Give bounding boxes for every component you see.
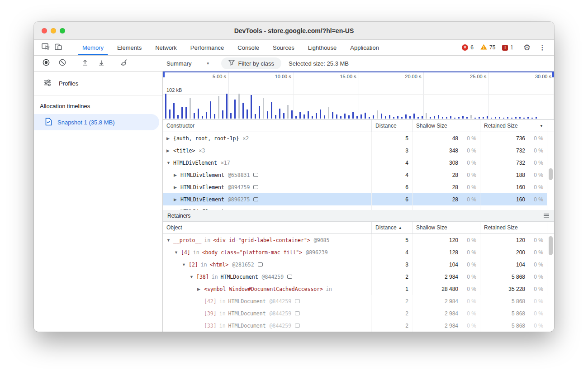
column-header-shallow-size[interactable]: Shallow Size (413, 120, 480, 132)
reveal-icon[interactable] (295, 324, 300, 328)
device-toolbar-button[interactable] (52, 42, 65, 53)
minimize-button[interactable] (51, 28, 56, 33)
timeline-bar (434, 116, 435, 119)
column-header-distance[interactable]: Distance▲ (372, 222, 413, 233)
retainer-row[interactable]: [33]inHTMLDocument@84425922 9840 %5 8680… (163, 319, 554, 332)
timeline-bar (230, 113, 232, 119)
timeline-bar (503, 118, 504, 119)
timeline-bar (409, 116, 411, 119)
warning-badge[interactable]: 75 (480, 44, 495, 51)
error-badge[interactable]: × 6 (462, 44, 474, 51)
scrollbar-track[interactable] (547, 222, 554, 233)
memory-toolbar: Summary ▼ Filter by class Selected size:… (34, 56, 554, 71)
titlebar[interactable]: DevTools - store.google.com/?hl=en-US (34, 22, 554, 40)
timeline-bar (234, 100, 236, 119)
allocation-timeline[interactable]: 5.00 s10.00 s15.00 s20.00 s25.00 s30.00 … (163, 71, 554, 120)
constructor-row[interactable]: ▼HTMLDivElement×1743080 %7320 % (163, 157, 554, 169)
tab-elements[interactable]: Elements (110, 40, 148, 55)
perspective-select[interactable]: Summary ▼ (166, 60, 210, 67)
reveal-icon[interactable] (258, 262, 263, 267)
retainer-row[interactable]: [42]inHTMLDocument@84425922 9840 %5 8680… (163, 295, 554, 307)
error-count: 6 (470, 44, 474, 51)
tab-console[interactable]: Console (231, 40, 266, 55)
selection-handle-right[interactable] (552, 71, 554, 77)
inspect-element-button[interactable] (39, 42, 52, 53)
expand-arrow[interactable]: ▶ (174, 197, 180, 202)
timeline-bar (344, 114, 346, 119)
column-header-retained-size[interactable]: Retained Size (480, 222, 547, 233)
expand-arrow[interactable]: ▶ (174, 173, 180, 177)
expand-arrow[interactable]: ▶ (174, 209, 180, 210)
record-allocation-button[interactable] (40, 57, 52, 69)
retainers-table-header: ObjectDistance▲Shallow SizeRetained Size (163, 222, 554, 234)
tab-lighthouse[interactable]: Lighthouse (301, 40, 344, 55)
column-header-distance[interactable]: Distance (372, 120, 413, 132)
reveal-icon[interactable] (253, 197, 258, 201)
zoom-button[interactable] (60, 28, 65, 33)
timeline-bar (206, 112, 207, 119)
selection-handle-left[interactable] (163, 71, 165, 77)
class-filter-input[interactable]: Filter by class (221, 57, 281, 69)
timeline-bar (332, 112, 333, 119)
timeline-bar (511, 118, 512, 119)
more-options-button[interactable]: ⋮ (536, 42, 549, 53)
expand-arrow[interactable]: ▶ (166, 136, 173, 141)
constructor-row[interactable]: ▶{auth, root, root-1p}×25480 %7360 % (163, 132, 554, 144)
timeline-bar (291, 110, 293, 119)
expand-arrow[interactable]: ▶ (197, 287, 204, 291)
constructor-row[interactable]: ▶HTMLDivElement@6588314280 %1880 % (163, 169, 554, 181)
timeline-selection-range[interactable] (163, 71, 554, 72)
reveal-icon[interactable] (287, 275, 292, 279)
timeline-bar (263, 98, 264, 119)
expand-arrow[interactable]: ▶ (174, 185, 180, 190)
expand-arrow[interactable]: ▼ (174, 250, 181, 255)
expand-arrow[interactable]: ▼ (182, 262, 189, 267)
constructor-row[interactable]: ▶<title>×333480 %7320 % (163, 144, 554, 157)
timeline-bar (328, 107, 329, 119)
constructor-row[interactable]: ▶HTMLDivElement@8962756280 %1600 % (163, 193, 554, 205)
reveal-icon[interactable] (295, 311, 300, 315)
tab-sources[interactable]: Sources (266, 40, 301, 55)
menu-icon[interactable] (543, 213, 550, 218)
tab-network[interactable]: Network (148, 40, 184, 55)
retainer-row[interactable]: ▼[2]in<html>@28165231040 %1040 % (163, 258, 554, 271)
expand-arrow[interactable]: ▼ (190, 275, 196, 279)
expand-arrow[interactable]: ▼ (166, 238, 173, 243)
column-header-shallow-size[interactable]: Shallow Size (413, 222, 480, 233)
retainer-row[interactable]: ▼__proto__in<div id="grid-label-containe… (163, 234, 554, 246)
settings-button[interactable]: ⚙ (521, 42, 533, 53)
warning-count: 75 (489, 44, 495, 51)
scrollbar-thumb[interactable] (549, 168, 553, 180)
collect-garbage-button[interactable] (118, 57, 130, 69)
retainer-row[interactable]: [39]inHTMLDocument@84425922 9840 %5 8680… (163, 307, 554, 319)
reveal-icon[interactable] (253, 185, 258, 189)
tab-application[interactable]: Application (343, 40, 386, 55)
issues-badge[interactable]: ! 1 (502, 44, 513, 51)
tab-performance[interactable]: Performance (184, 40, 231, 55)
panel-content: Profiles Allocation timelines Snapshot 1… (34, 71, 554, 332)
column-header-object[interactable]: Object (163, 222, 372, 233)
reveal-icon[interactable] (253, 173, 258, 177)
sort-icon: ▼ (540, 124, 543, 128)
retainer-row[interactable]: ▼[4]in<body class="platform-mac fill">@8… (163, 246, 554, 258)
retainer-row[interactable]: ▶<symbol Window#DocumentCachedAccessor>i… (163, 283, 554, 295)
expand-arrow[interactable]: ▶ (166, 148, 173, 153)
load-profile-button[interactable] (79, 57, 91, 69)
tab-memory[interactable]: Memory (76, 40, 110, 55)
clear-profiles-button[interactable] (57, 57, 68, 69)
expand-arrow[interactable]: ▼ (166, 161, 173, 165)
scrollbar-thumb[interactable] (549, 236, 553, 255)
upload-icon (81, 59, 89, 68)
close-button[interactable] (42, 28, 47, 33)
save-profile-button[interactable] (95, 57, 107, 69)
snapshot-item[interactable]: Snapshot 1 (35.8 MB) (34, 114, 159, 130)
column-header-constructor[interactable]: Constructor (163, 120, 372, 132)
retainer-row[interactable]: ▼[38]inHTMLDocument@84425922 9840 %5 868… (163, 271, 554, 283)
constructor-row[interactable]: ▶HTMLDivElement@8947596280 %1600 % (163, 181, 554, 193)
reveal-icon[interactable] (295, 299, 300, 303)
column-header-retained-size[interactable]: Retained Size▼ (480, 120, 547, 132)
timeline-bar (226, 94, 228, 119)
scrollbar-track[interactable] (547, 120, 554, 132)
timeline-bar (491, 118, 492, 119)
constructor-row[interactable]: ▶HTMLDivElement (163, 205, 554, 210)
